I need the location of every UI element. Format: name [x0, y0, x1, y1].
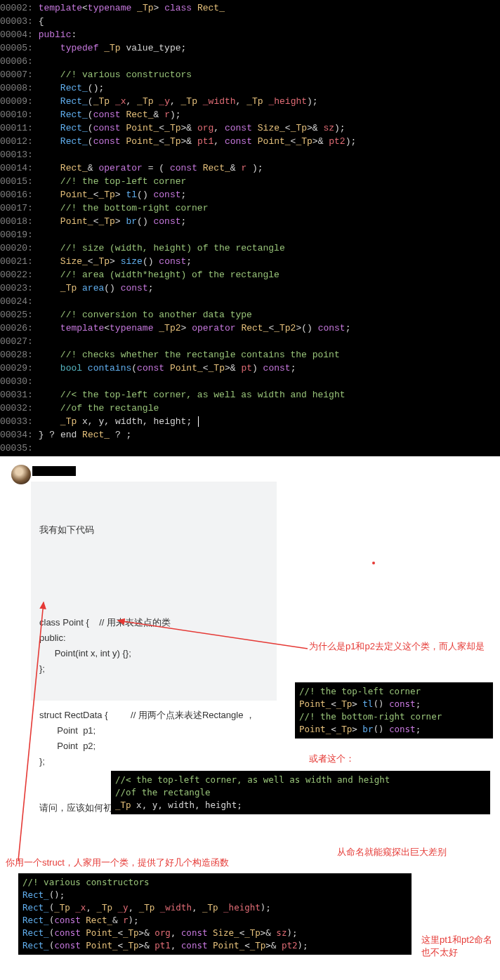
snippet-constructors: //! various constructors Rect_(); Rect_(… — [18, 873, 412, 955]
avatar — [11, 465, 31, 484]
main-code-block: 00002: template<typename _Tp> class Rect… — [0, 0, 500, 456]
snippet-tl-br: //! the top-left corner Point_<_Tp> tl()… — [295, 682, 493, 739]
annotation-struct-vs-class: 你用一个struct，人家用一个类，提供了好几个构造函数 — [6, 856, 287, 869]
annotation-or-this: 或者这个： — [309, 753, 379, 765]
annotation-why-p1p2: 为什么是p1和p2去定义这个类，而人家却是 — [309, 640, 485, 653]
red-dot-icon — [372, 562, 375, 564]
snippet-xywh: //< the top-left corner, as well as widt… — [111, 771, 490, 814]
question-intro: 我有如下代码 — [39, 522, 268, 538]
annotation-pt1pt2-bad: 这里pt1和pt2命名也不太好 — [421, 934, 499, 959]
username-redacted — [32, 466, 76, 476]
annotation-region: 我有如下代码 class Point { // 用来表述点的类 public: … — [0, 456, 500, 976]
question-box: 我有如下代码 class Point { // 用来表述点的类 public: … — [31, 482, 277, 701]
annotation-naming-diff: 从命名就能窥探出巨大差别 — [337, 846, 492, 859]
question-body: class Point { // 用来表述点的类 public: Point(i… — [39, 615, 268, 769]
